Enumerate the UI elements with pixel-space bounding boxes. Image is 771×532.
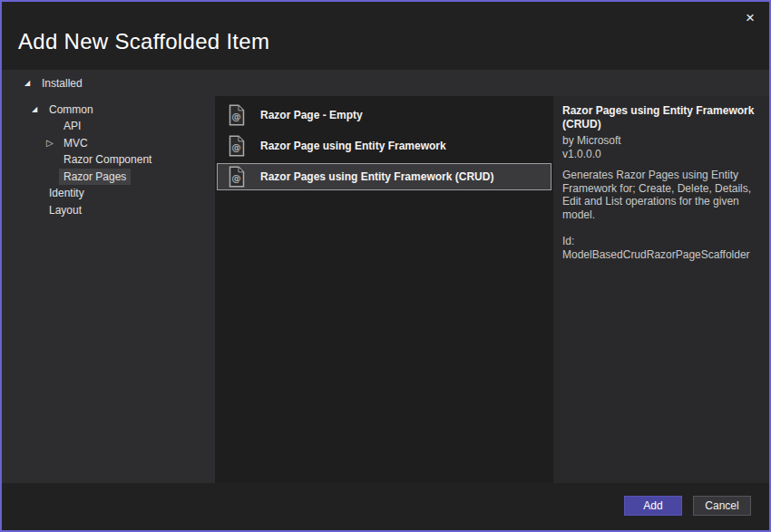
tree-item-label: API <box>59 118 85 134</box>
dialog-title: Add New Scaffolded Item <box>18 29 269 54</box>
details-author: by Microsoft <box>562 134 758 148</box>
tree-item-razor-pages[interactable]: Razor Pages <box>2 169 215 186</box>
tree-item-installed[interactable]: ◢ Installed <box>2 75 215 92</box>
add-new-scaffolded-item-dialog: Add New Scaffolded Item × ◢ Installed ◢ … <box>0 0 771 532</box>
details-title: Razor Pages using Entity Framework (CRUD… <box>562 104 755 131</box>
scaffold-template-list: @ Razor Page - Empty @ Razor Page using … <box>215 96 553 483</box>
titlebar: Add New Scaffolded Item × <box>2 2 769 70</box>
cancel-button[interactable]: Cancel <box>693 496 751 516</box>
svg-text:@: @ <box>231 141 241 152</box>
details-description: Generates Razor Pages using Entity Frame… <box>562 169 758 221</box>
details-panel: Razor Pages using Entity Framework (CRUD… <box>553 96 771 483</box>
svg-text:@: @ <box>231 172 241 183</box>
scaffold-list-item-label: Razor Page using Entity Framework <box>260 140 446 152</box>
scaffold-list-item[interactable]: @ Razor Page using Entity Framework <box>215 131 553 161</box>
category-tree: ◢ Installed ◢ Common API ▷ MVC Razor Com… <box>2 75 215 218</box>
scaffold-list-item-label: Razor Page - Empty <box>260 109 363 121</box>
close-icon[interactable]: × <box>737 6 764 30</box>
tree-item-label: Common <box>44 102 98 118</box>
razor-page-icon: @ <box>228 104 246 126</box>
razor-page-icon: @ <box>228 135 246 157</box>
tree-item-api[interactable]: API <box>2 118 215 135</box>
footer-bar: Add Cancel <box>2 483 769 530</box>
add-button[interactable]: Add <box>624 496 682 516</box>
tree-item-label: Identity <box>44 185 89 201</box>
tree-item-label: Layout <box>44 202 86 218</box>
scaffold-list-item-label: Razor Pages using Entity Framework (CRUD… <box>260 170 493 183</box>
tree-item-label: Razor Component <box>59 151 156 168</box>
tree-item-common[interactable]: ◢ Common <box>2 102 215 119</box>
tree-item-identity[interactable]: Identity <box>2 185 215 202</box>
svg-text:@: @ <box>231 111 241 121</box>
tree-item-label: MVC <box>59 135 93 151</box>
scaffold-list-item[interactable]: @ Razor Pages using Entity Framework (CR… <box>217 163 551 190</box>
details-id: Id: ModelBasedCrudRazorPageScaffolder <box>562 235 758 261</box>
tree-item-mvc[interactable]: ▷ MVC <box>2 135 215 152</box>
razor-page-icon: @ <box>228 166 246 188</box>
tree-expander-icon[interactable]: ▷ <box>46 139 59 148</box>
tree-expander-icon[interactable]: ◢ <box>32 106 44 113</box>
tree-item-razor-component[interactable]: Razor Component <box>2 151 215 169</box>
details-version: v1.0.0.0 <box>562 148 758 161</box>
tree-expander-icon[interactable]: ◢ <box>24 80 37 87</box>
tree-item-label: Installed <box>37 75 87 92</box>
tree-item-layout[interactable]: Layout <box>2 202 215 219</box>
scaffold-list-item[interactable]: @ Razor Page - Empty <box>215 100 553 131</box>
tree-item-label: Razor Pages <box>59 169 131 185</box>
